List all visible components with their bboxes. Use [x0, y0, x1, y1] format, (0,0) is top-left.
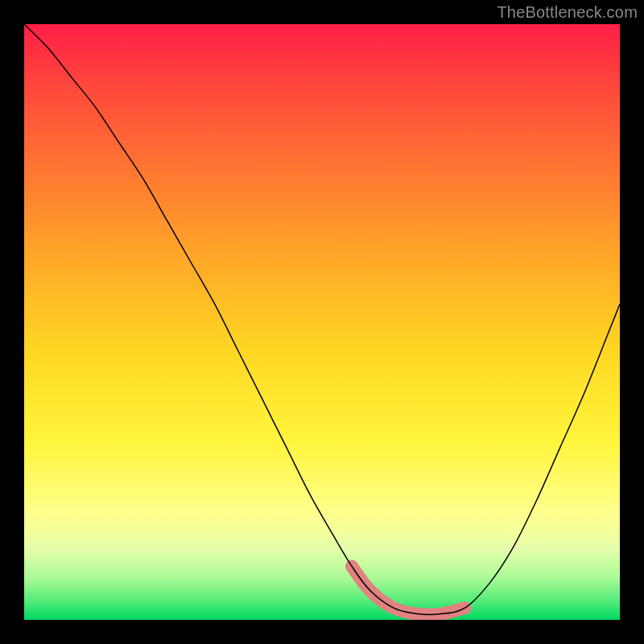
bottleneck-curve: [24, 24, 620, 615]
plot-svg: [24, 24, 620, 620]
curve-highlight-segment: [352, 566, 465, 614]
plot-background-gradient: [24, 24, 620, 620]
chart-frame: TheBottleneck.com: [0, 0, 644, 644]
watermark-text: TheBottleneck.com: [497, 3, 638, 22]
